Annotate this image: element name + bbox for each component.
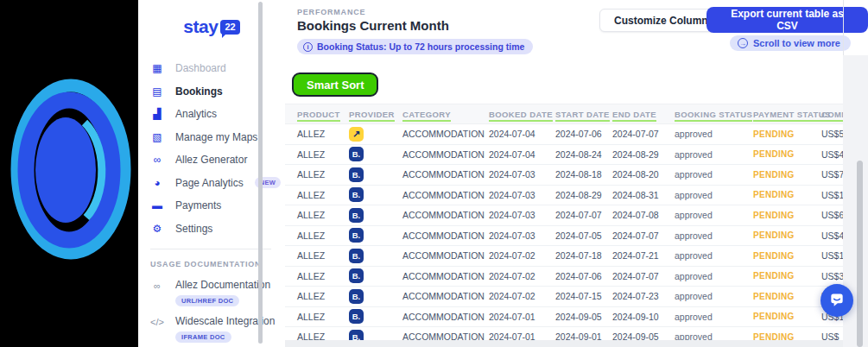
table-row[interactable]: ALLEZ B. ACCOMMODATION 2024-07-04 2024-0… (285, 145, 843, 166)
cell-provider: B. (349, 187, 402, 202)
sidebar-item-allez-documentation[interactable]: ∞ Allez Documentation URL/HREF DOC (138, 272, 285, 308)
booking-provider-icon: B. (349, 147, 364, 161)
cell-booked-date: 2024-07-01 (489, 312, 555, 322)
cell-commission: US$5.5 (821, 129, 843, 139)
stay22-logo[interactable]: stay 22 (138, 0, 285, 41)
table-row[interactable]: ALLEZ ↗ ACCOMMODATION 2024-07-04 2024-07… (285, 124, 843, 145)
cell-product: ALLEZ (297, 129, 349, 139)
column-header-payment-status[interactable]: PAYMENT STATUS (753, 110, 821, 119)
sidebar-item-allez-generator[interactable]: ∞ Allez Generator (150, 148, 285, 172)
sidebar-item-settings[interactable]: ⚙ Settings (150, 218, 285, 241)
cell-end-date: 2024-07-07 (612, 230, 675, 241)
column-header-booking-status[interactable]: BOOKING STATUS (675, 110, 753, 119)
page-title: Bookings Current Month (297, 18, 449, 33)
cell-payment-status: PENDING (753, 271, 821, 281)
sidebar-item-widescale-integration[interactable]: </> Widescale Integration IFRAME DOC (138, 308, 285, 344)
link-icon: ∞ (150, 154, 164, 166)
sidebar-scrollbar[interactable] (258, 2, 263, 344)
chat-widget-button[interactable] (820, 284, 853, 317)
cell-start-date: 2024-07-18 (555, 250, 612, 261)
blue-doodle-circle (0, 0, 138, 347)
cell-category: ACCOMMODATION (402, 331, 489, 340)
cell-commission: US$7.8 (821, 169, 843, 180)
sidebar-item-dashboard[interactable]: ▦ Dashboard (150, 57, 285, 80)
column-header-end-date[interactable]: END DATE (612, 110, 675, 119)
cell-start-date: 2024-09-01 (555, 331, 612, 340)
cell-end-date: 2024-07-21 (612, 250, 675, 261)
table-row[interactable]: ALLEZ B. ACCOMMODATION 2024-07-03 2024-0… (285, 165, 843, 186)
cell-product: ALLEZ (297, 250, 349, 261)
analytics-icon: ▟ (150, 108, 164, 120)
cell-booking-status: approved (675, 250, 753, 261)
booking-provider-icon: B. (349, 208, 364, 223)
column-header-product[interactable]: PRODUCT (297, 110, 349, 119)
cell-end-date: 2024-07-23 (612, 291, 675, 301)
bookings-icon: ▤ (150, 85, 164, 98)
cell-category: ACCOMMODATION (402, 129, 489, 139)
table-row[interactable]: ALLEZ B. ACCOMMODATION 2024-07-02 2024-0… (285, 287, 843, 307)
booking-status-text: Booking Status: Up to 72 hours processin… (317, 41, 524, 52)
sidebar: stay 22 ▦ Dashboard ▤ Bookings ▟ Analyti… (138, 0, 285, 347)
cell-booked-date: 2024-07-02 (489, 271, 555, 281)
cell-booked-date: 2024-07-03 (489, 230, 555, 241)
cell-start-date: 2024-07-15 (555, 291, 612, 301)
cell-provider: ↗ (349, 127, 402, 142)
column-header-booked-date[interactable]: BOOKED DATE (489, 110, 555, 119)
cell-category: ACCOMMODATION (402, 190, 489, 200)
table-right-border (843, 0, 844, 55)
left-black-panel (0, 0, 138, 347)
booking-provider-icon: B. (349, 249, 364, 263)
cell-end-date: 2024-07-08 (612, 210, 675, 220)
cell-start-date: 2024-07-06 (555, 129, 612, 139)
cell-payment-status: PENDING (753, 251, 821, 261)
cell-start-date: 2024-07-07 (555, 210, 612, 220)
table-row[interactable]: ALLEZ B. ACCOMMODATION 2024-07-03 2024-0… (285, 205, 843, 226)
scroll-to-view-more[interactable]: → Scroll to view more (730, 35, 851, 51)
cell-booking-status: approved (675, 331, 753, 340)
cell-booking-status: approved (675, 210, 753, 220)
pie-chart-icon: ◕ (150, 177, 164, 189)
column-header-commission[interactable]: COMMISSION (821, 110, 843, 119)
sidebar-item-bookings[interactable]: ▤ Bookings (150, 80, 285, 104)
column-header-category[interactable]: CATEGORY (402, 110, 489, 119)
vertical-scrollbar[interactable] (857, 161, 863, 347)
table-row[interactable]: ALLEZ B. ACCOMMODATION 2024-07-02 2024-0… (285, 246, 843, 267)
main-content: PERFORMANCE Bookings Current Month i Boo… (285, 0, 868, 347)
dashboard-icon: ▦ (150, 62, 164, 74)
cell-product: ALLEZ (297, 331, 349, 340)
cell-start-date: 2024-09-05 (555, 312, 612, 322)
cell-product: ALLEZ (297, 210, 349, 220)
column-header-start-date[interactable]: START DATE (555, 110, 612, 119)
cell-category: ACCOMMODATION (402, 230, 489, 241)
cell-provider: B. (349, 249, 402, 263)
table-header-row: PRODUCTPROVIDERCATEGORYBOOKED DATESTART … (285, 104, 843, 124)
sidebar-item-manage-my-maps[interactable]: ▧ Manage my Maps (150, 126, 285, 149)
booking-provider-icon: B. (349, 268, 364, 283)
cell-booked-date: 2024-07-04 (489, 129, 555, 139)
sidebar-item-analytics[interactable]: ▟ Analytics (150, 103, 285, 126)
sidebar-nav: ▦ Dashboard ▤ Bookings ▟ Analytics ▧ Man… (138, 41, 285, 240)
table-row[interactable]: ALLEZ B. ACCOMMODATION 2024-07-03 2024-0… (285, 186, 843, 206)
sidebar-item-page-analytics[interactable]: ◕ Page Analytics NEW (150, 172, 285, 195)
cell-end-date: 2024-09-10 (612, 312, 675, 322)
column-header-provider[interactable]: PROVIDER (349, 110, 402, 119)
arrow-provider-icon: ↗ (349, 127, 364, 142)
cell-payment-status: PENDING (753, 170, 821, 180)
smart-sort-button[interactable]: Smart Sort (292, 73, 378, 97)
cell-provider: B. (349, 330, 402, 340)
cell-booked-date: 2024-07-03 (489, 169, 555, 180)
cell-commission: US$6.1 (821, 210, 843, 220)
cell-booked-date: 2024-07-01 (489, 331, 555, 340)
cell-payment-status: PENDING (753, 190, 821, 199)
cell-commission: US$11 (821, 190, 843, 200)
horizontal-scrollbar[interactable] (285, 340, 843, 347)
sidebar-item-payments[interactable]: ▬ Payments (150, 194, 285, 218)
cell-end-date: 2024-08-20 (612, 169, 675, 180)
table-row[interactable]: ALLEZ B. ACCOMMODATION 2024-07-02 2024-0… (285, 267, 843, 287)
cell-commission: US$3.5 (821, 271, 843, 281)
table-row[interactable]: ALLEZ B. ACCOMMODATION 2024-07-03 2024-0… (285, 226, 843, 247)
table-row[interactable]: ALLEZ B. ACCOMMODATION 2024-07-01 2024-0… (285, 327, 843, 340)
booking-provider-icon: B. (349, 309, 364, 324)
table-row[interactable]: ALLEZ B. ACCOMMODATION 2024-07-01 2024-0… (285, 307, 843, 328)
cell-booked-date: 2024-07-02 (489, 291, 555, 301)
